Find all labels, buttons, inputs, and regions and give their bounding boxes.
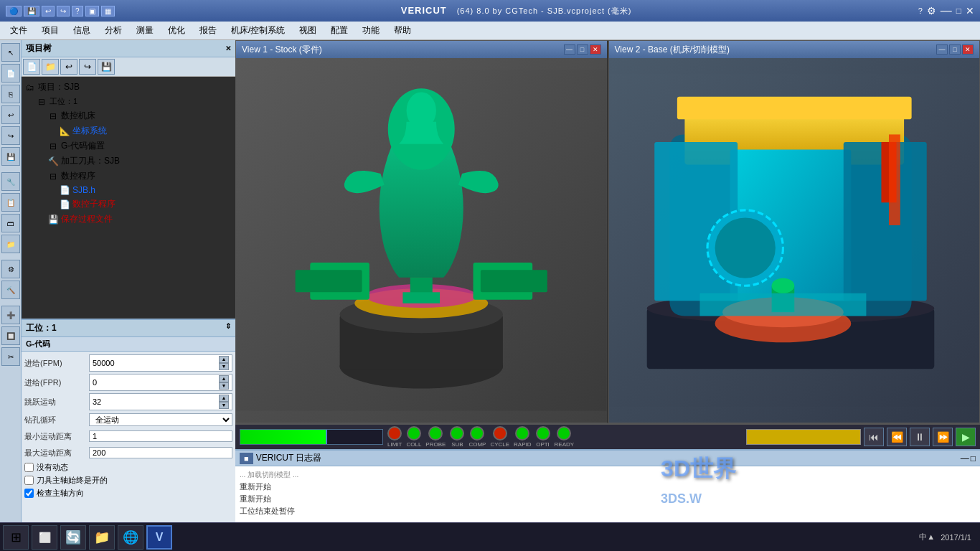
tree-item-workstation[interactable]: ⊟ 工位：1 — [24, 95, 232, 108]
prop-value-jump[interactable]: ▲ ▼ — [89, 393, 232, 410]
prop-input-max[interactable] — [93, 448, 229, 457]
task-explorer[interactable]: 📁 — [89, 525, 115, 550]
tree-close-btn[interactable]: ✕ — [225, 44, 231, 52]
sidebar-btn-tool2[interactable]: 📋 — [1, 193, 20, 212]
status-probe[interactable]: PROBE — [425, 426, 446, 448]
sidebar-btn-redo[interactable]: ↪ — [1, 126, 20, 145]
tb-quick3[interactable]: ↪ — [57, 6, 70, 17]
help-btn[interactable]: ? — [918, 6, 923, 15]
tb-quick5[interactable]: ▣ — [85, 6, 99, 17]
window-controls[interactable]: ? ⚙ — □ ✕ — [918, 4, 974, 17]
sim-btn-next[interactable]: ⏩ — [933, 428, 953, 446]
checkbox-spindle[interactable]: 刀具主轴始终是开的 — [24, 475, 232, 486]
tree-tb-save[interactable]: 💾 — [98, 59, 115, 75]
menu-function[interactable]: 功能 — [355, 22, 387, 39]
checkbox-spindle-dir[interactable]: 检查主轴方向 — [24, 488, 232, 499]
status-comp[interactable]: COMP — [468, 426, 486, 448]
sidebar-btn-tool7[interactable]: ➕ — [1, 306, 20, 324]
tb-quick2[interactable]: ↩ — [42, 6, 55, 17]
prop-select-drill[interactable]: 全运动 仅定位 标准 — [89, 413, 232, 426]
task-browser[interactable]: 🌐 — [118, 525, 143, 550]
sidebar-btn-save[interactable]: 💾 — [1, 147, 20, 166]
tree-item-ncprog[interactable]: ⊟ 数控程序 — [24, 169, 232, 184]
vp2-maximize[interactable]: □ — [949, 44, 961, 55]
sidebar-btn-tool9[interactable]: ✂ — [1, 347, 20, 366]
tb-quick1[interactable]: 💾 — [24, 6, 39, 17]
task-app1[interactable]: 🔄 — [60, 525, 86, 550]
tree-item-gcode-offset[interactable]: ⊟ G-代码偏置 — [24, 138, 232, 154]
prop-value-fpr[interactable]: ▲ ▼ — [89, 374, 232, 391]
checkbox-no-dynamic[interactable]: 没有动态 — [24, 462, 232, 473]
sim-btn-begin[interactable]: ⏮ — [864, 428, 884, 446]
minimize-btn[interactable]: — — [941, 4, 952, 17]
status-ready[interactable]: READY — [555, 426, 575, 448]
spin-jump[interactable]: ▲ ▼ — [219, 395, 229, 409]
progress-bar[interactable] — [240, 429, 383, 445]
menu-measure[interactable]: 测量 — [129, 22, 161, 39]
viewport2-body[interactable] — [609, 58, 980, 423]
sim-btn-prev[interactable]: ⏪ — [887, 428, 907, 446]
log-float[interactable]: □ — [971, 453, 976, 463]
prop-input-fpm[interactable] — [93, 359, 219, 367]
spin-down-fpm[interactable]: ▼ — [219, 363, 229, 370]
sidebar-btn-copy[interactable]: ⎘ — [1, 85, 20, 103]
log-minimize[interactable]: — — [961, 453, 969, 463]
menu-optimize[interactable]: 优化 — [161, 22, 192, 39]
sidebar-btn-tool4[interactable]: 📁 — [1, 235, 20, 253]
viewport1-body[interactable] — [236, 58, 607, 423]
checkbox-spindle-dir-input[interactable] — [24, 489, 34, 498]
sidebar-btn-tool3[interactable]: 🗃 — [1, 214, 20, 232]
start-button[interactable]: ⊞ — [3, 525, 29, 550]
menu-file[interactable]: 文件 — [3, 22, 34, 39]
menu-view[interactable]: 视图 — [292, 22, 324, 39]
sidebar-btn-undo[interactable]: ↩ — [1, 105, 20, 124]
spin-up-fpr[interactable]: ▲ — [219, 375, 229, 382]
tree-tb-redo[interactable]: ↪ — [79, 59, 96, 75]
menu-config[interactable]: 配置 — [324, 22, 355, 39]
tree-item-sjbh[interactable]: 📄 SJB.h — [24, 184, 232, 197]
status-cycle[interactable]: CYCLE — [490, 426, 509, 448]
sidebar-btn-tool5[interactable]: ⚙ — [1, 260, 20, 278]
status-opti[interactable]: OPTI — [536, 426, 550, 448]
sim-progress2[interactable] — [746, 429, 861, 445]
menu-machine[interactable]: 机床/控制系统 — [224, 22, 292, 39]
vp1-minimize[interactable]: — — [564, 44, 575, 55]
tree-item-subprog[interactable]: 📄 数控子程序 — [24, 197, 232, 212]
sidebar-btn-tool8[interactable]: 🔲 — [1, 326, 20, 345]
checkbox-no-dynamic-input[interactable] — [24, 463, 34, 472]
prop-value-fpm[interactable]: ▲ ▼ — [89, 354, 232, 372]
prop-value-max[interactable] — [89, 447, 232, 458]
spin-fpr[interactable]: ▲ ▼ — [219, 375, 229, 390]
spin-up-jump[interactable]: ▲ — [219, 395, 229, 402]
vp2-close[interactable]: ✕ — [962, 44, 974, 55]
prop-value-min[interactable] — [89, 430, 232, 442]
menu-info[interactable]: 信息 — [66, 22, 98, 39]
sim-btn-pause[interactable]: ⏸ — [910, 428, 930, 446]
checkbox-spindle-input[interactable] — [24, 476, 34, 485]
menu-help[interactable]: 帮助 — [387, 22, 418, 39]
title-left-icons[interactable]: 🔵 💾 ↩ ↪ ? ▣ ▦ — [6, 6, 115, 17]
prop-input-jump[interactable] — [93, 397, 219, 406]
spin-down-fpr[interactable]: ▼ — [219, 382, 229, 390]
tree-item-machine[interactable]: ⊟ 数控机床 — [24, 108, 232, 123]
tb-quick4[interactable]: ? — [72, 6, 83, 17]
tb-quick6[interactable]: ▦ — [101, 6, 115, 17]
vp1-maximize[interactable]: □ — [577, 44, 588, 55]
settings-icon[interactable]: ⚙ — [927, 5, 936, 17]
tree-tb-new[interactable]: 📄 — [23, 59, 40, 75]
status-coll[interactable]: COLL — [406, 426, 421, 448]
spin-up-fpm[interactable]: ▲ — [219, 356, 229, 363]
prop-input-fpr[interactable] — [93, 378, 219, 387]
log-content[interactable]: ... 加载切削模型 ... 重新开始 重新开始 工位结束处暂停 — [235, 466, 980, 528]
task-desktop[interactable]: ⬜ — [32, 525, 57, 550]
status-sub[interactable]: SUB — [450, 426, 464, 448]
sidebar-btn-file[interactable]: 📄 — [1, 64, 20, 83]
status-limit[interactable]: LIMIT — [387, 426, 402, 448]
maximize-btn[interactable]: □ — [956, 6, 961, 16]
menu-analysis[interactable]: 分析 — [98, 22, 129, 39]
tree-root[interactable]: 🗂 项目：SJB — [24, 80, 232, 95]
viewport1-controls[interactable]: — □ ✕ — [564, 44, 601, 55]
sidebar-btn-select[interactable]: ↖ — [1, 43, 20, 62]
tree-item-tools[interactable]: 🔨 加工刀具：SJB — [24, 154, 232, 169]
sim-btn-end[interactable]: ▶ — [956, 428, 976, 446]
